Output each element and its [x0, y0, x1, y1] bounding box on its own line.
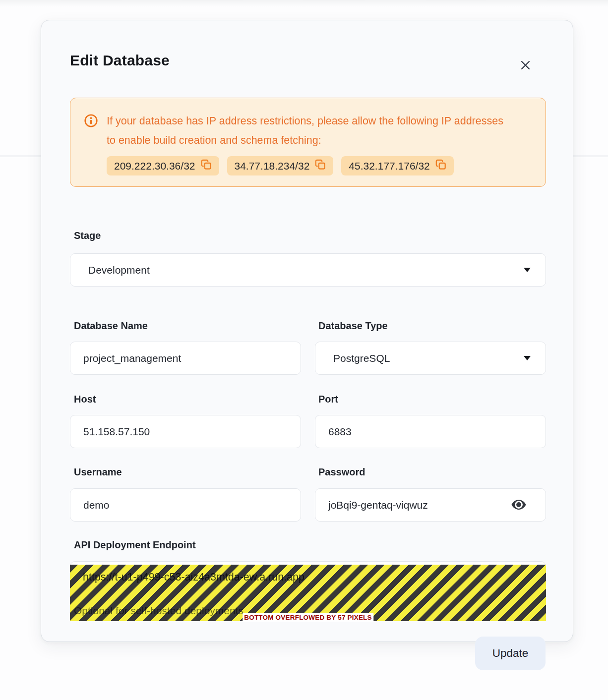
chevron-down-icon	[524, 268, 531, 272]
ip-chip-1-value: 209.222.30.36/32	[114, 160, 195, 172]
overflow-banner: BOTTOM OVERFLOWED BY 57 PIXELS	[243, 613, 373, 622]
password-label: Password	[318, 467, 365, 478]
chevron-down-icon	[524, 356, 531, 360]
ip-chip-1[interactable]: 209.222.30.36/32	[107, 156, 219, 175]
api-endpoint-helper-text: Optional for self-hosted deployments	[74, 605, 243, 617]
ip-chip-3[interactable]: 45.32.177.176/32	[341, 156, 454, 175]
database-type-label: Database Type	[318, 320, 388, 332]
username-value: demo	[83, 499, 110, 511]
warning-text: If your database has IP address restrict…	[107, 112, 503, 150]
api-endpoint-value: https://t-u1-p499-c53-aiz4a3mtda-ew.a.ru…	[83, 571, 304, 583]
port-input[interactable]: 6883	[315, 415, 546, 448]
update-button[interactable]: Update	[475, 637, 546, 670]
port-label: Port	[318, 394, 338, 405]
stage-select[interactable]: Development	[70, 253, 546, 287]
toggle-password-visibility-button[interactable]	[510, 499, 528, 512]
database-type-select[interactable]: PostgreSQL	[315, 342, 546, 375]
password-value: joBqi9-gentaq-viqwuz	[328, 499, 428, 511]
modal-title: Edit Database	[70, 52, 170, 69]
database-name-value: project_management	[83, 352, 181, 364]
database-type-value: PostgreSQL	[333, 352, 390, 364]
database-name-input[interactable]: project_management	[70, 342, 301, 375]
ip-restriction-warning: If your database has IP address restrict…	[70, 98, 546, 187]
username-input[interactable]: demo	[70, 488, 301, 522]
ip-chip-row: 209.222.30.36/32 34.77.18.234/32 45.32.1…	[107, 156, 532, 175]
ip-chip-2[interactable]: 34.77.18.234/32	[227, 156, 334, 175]
ip-chip-3-value: 45.32.177.176/32	[349, 160, 430, 172]
copy-icon	[201, 159, 212, 173]
port-value: 6883	[328, 426, 352, 438]
ip-chip-2-value: 34.77.18.234/32	[235, 160, 310, 172]
stage-select-value: Development	[88, 264, 150, 276]
copy-icon	[315, 159, 326, 173]
password-input[interactable]: joBqi9-gentaq-viqwuz	[315, 488, 546, 522]
host-value: 51.158.57.150	[83, 426, 150, 438]
info-icon	[84, 114, 98, 150]
close-icon	[521, 60, 530, 71]
api-endpoint-overflow-zone: https://t-u1-p499-c53-aiz4a3mtda-ew.a.ru…	[70, 561, 546, 622]
stage-label: Stage	[74, 230, 101, 241]
close-button[interactable]	[515, 56, 535, 76]
username-label: Username	[74, 467, 122, 478]
database-name-label: Database Name	[74, 320, 148, 332]
copy-icon	[435, 159, 446, 173]
api-endpoint-label: API Deployment Endpoint	[74, 539, 196, 551]
host-label: Host	[74, 394, 96, 405]
eye-icon	[511, 505, 527, 512]
host-input[interactable]: 51.158.57.150	[70, 415, 301, 448]
edit-database-modal: Edit Database If your database has IP ad…	[41, 20, 573, 642]
